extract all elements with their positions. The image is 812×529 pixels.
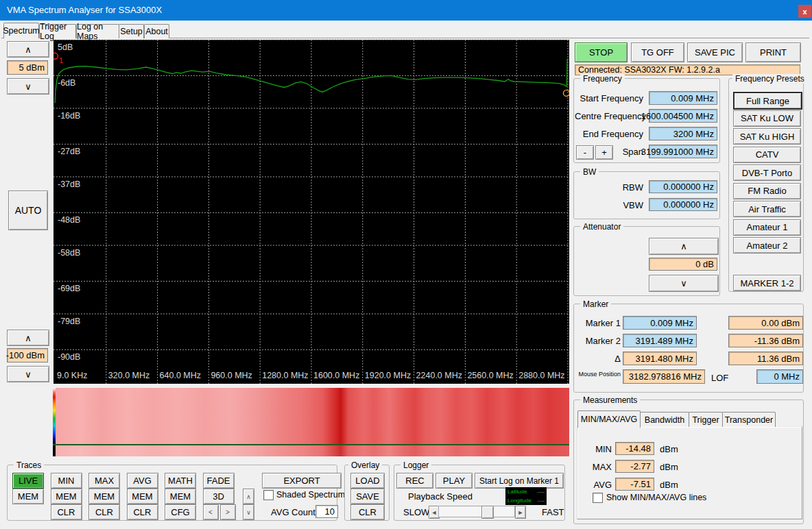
- floor-level-up-button[interactable]: ∧: [7, 330, 49, 346]
- trace-shift-down-button[interactable]: ∨: [243, 504, 254, 520]
- measurement-label-avg: AVG: [587, 480, 612, 490]
- trace-cfg-button-col5[interactable]: CFG: [165, 504, 196, 520]
- measurements-tab-trigger[interactable]: Trigger: [689, 412, 723, 427]
- measurement-min-field: -14.48: [615, 442, 654, 455]
- y-axis-tick-label: -58dB: [58, 248, 80, 258]
- tab-trigger-log[interactable]: Trigger Log: [39, 24, 76, 38]
- preset-marker-1-2-button[interactable]: MARKER 1-2: [733, 275, 801, 291]
- tab-spectrum[interactable]: Spectrum: [3, 23, 39, 38]
- tab-log-on-maps[interactable]: Log on Maps: [76, 24, 119, 38]
- trace-mem-button-col1[interactable]: MEM: [12, 489, 44, 504]
- speed-scrollbar-track[interactable]: [438, 506, 515, 517]
- ref-level-up-button[interactable]: ∧: [7, 41, 49, 58]
- chevron-up-icon: ∧: [25, 333, 32, 343]
- start-log-on-marker-button[interactable]: Start Log on Marker 1: [475, 473, 564, 489]
- x-axis-tick-label: 1920.0 MHz: [365, 371, 411, 380]
- trace-shift-left-button[interactable]: <: [203, 504, 219, 520]
- y-axis-tick-label: -37dB: [58, 180, 80, 189]
- trace-mem-button-col4[interactable]: MEM: [127, 489, 158, 504]
- marker-row-label: Δ: [575, 354, 621, 364]
- auto-scale-button[interactable]: AUTO: [8, 190, 48, 230]
- tab-about[interactable]: About: [144, 24, 169, 38]
- gps-readout: Latitude---- Longitude----: [505, 487, 547, 505]
- frequency-centre-frequency-field[interactable]: 1600.004500 MHz: [649, 109, 717, 123]
- save-pic-button[interactable]: SAVE PIC: [687, 42, 743, 62]
- show-minmaxavg-label: Show MIN/MAX/AVG lines: [606, 493, 706, 502]
- preset-full-range-button[interactable]: Full Range: [733, 92, 802, 110]
- trace-max-button-col3[interactable]: MAX: [88, 473, 120, 489]
- frequency-start-frequency-field[interactable]: 0.009 MHz: [649, 91, 717, 105]
- chevron-up-icon: ∧: [25, 45, 32, 55]
- frequency-span-field[interactable]: 3199.991000 MHz: [649, 145, 717, 158]
- floor-level-down-button[interactable]: ∨: [7, 366, 49, 382]
- trace-math-button-col5[interactable]: MATH: [165, 473, 196, 489]
- traces-group-label: Traces: [14, 460, 44, 470]
- spectrum-chart[interactable]: 5dB-6dB-16dB-27dB-37dB-48dB-58dB-69dB-79…: [53, 40, 569, 384]
- preset-air-traffic-button[interactable]: Air Traffic: [733, 201, 801, 217]
- preset-dvb-t-porto-button[interactable]: DVB-T Porto: [733, 164, 801, 181]
- trace-live-button-col1[interactable]: LIVE: [12, 473, 44, 489]
- preset-sat-ku-low-button[interactable]: SAT Ku LOW: [733, 110, 801, 127]
- trace-clr-button-col4[interactable]: CLR: [127, 504, 158, 520]
- show-minmaxavg-checkbox[interactable]: [593, 493, 603, 503]
- lof-field[interactable]: 0 MHz: [756, 369, 803, 384]
- trace-clr-button-col2[interactable]: CLR: [51, 504, 82, 520]
- overlay-save-button[interactable]: SAVE: [350, 489, 385, 504]
- trace-clr-button-col3[interactable]: CLR: [88, 504, 120, 520]
- marker-1-ring: [53, 53, 58, 59]
- export-button[interactable]: EXPORT: [262, 473, 342, 489]
- longitude-value: ----: [537, 497, 545, 504]
- measurements-tab-min-max-avg[interactable]: MIN/MAX/AVG: [577, 410, 641, 428]
- x-axis-tick-label: 320.0 MHz: [108, 371, 150, 380]
- trace-shift-up-button[interactable]: ∧: [243, 489, 254, 504]
- attenuator-up-button[interactable]: ∧: [649, 238, 719, 255]
- frequency-end-frequency-field[interactable]: 3200 MHz: [649, 127, 717, 140]
- rbw-field[interactable]: 0.000000 Hz: [649, 180, 717, 193]
- trace-3d-button-col6[interactable]: 3D: [203, 489, 235, 504]
- marker-2-ring: [564, 90, 569, 96]
- waterfall-display[interactable]: [53, 388, 569, 456]
- app-window: VMA Spectrum Analyser for SSA3000X x ∧ 5…: [0, 0, 812, 529]
- preset-catv-button[interactable]: CATV: [733, 147, 801, 163]
- floor-level-field[interactable]: -100 dBm: [7, 348, 48, 362]
- preset-fm-radio-button[interactable]: FM Radio: [733, 183, 801, 199]
- trace-mem-button-col5[interactable]: MEM: [165, 489, 196, 504]
- preset-sat-ku-high-button[interactable]: SAT Ku HIGH: [733, 128, 801, 145]
- overlay-clr-button[interactable]: CLR: [350, 504, 385, 520]
- attenuator-down-button[interactable]: ∨: [649, 275, 719, 292]
- speed-scrollbar-thumb[interactable]: [481, 506, 494, 519]
- ref-level-field[interactable]: 5 dBm: [7, 60, 48, 75]
- ref-level-down-button[interactable]: ∨: [7, 78, 49, 95]
- measurements-tab-bandwidth[interactable]: Bandwidth: [640, 412, 689, 427]
- play-button[interactable]: PLAY: [435, 473, 473, 489]
- trace-avg-button-col4[interactable]: AVG: [127, 473, 158, 489]
- measurements-tab-transponder[interactable]: Transponder: [722, 412, 776, 427]
- marker-row-label: Marker 2: [575, 336, 621, 346]
- y-axis-tick-label: -90dB: [58, 352, 80, 362]
- trace-mem-button-col2[interactable]: MEM: [51, 489, 82, 504]
- y-axis-tick-label: -48dB: [58, 215, 80, 225]
- stop-button[interactable]: STOP: [575, 42, 628, 62]
- close-button[interactable]: x: [798, 5, 811, 18]
- attenuator-value-field[interactable]: 0 dB: [649, 258, 717, 271]
- x-axis-tick-label: 9.0 KHz: [57, 371, 87, 380]
- tab-setup[interactable]: Setup: [119, 24, 144, 38]
- preset-amateur-1-button[interactable]: Amateur 1: [733, 219, 801, 236]
- vbw-field[interactable]: 0.000000 Hz: [649, 198, 717, 211]
- measurement-unit: dBm: [660, 480, 678, 490]
- shaded-spectrum-checkbox[interactable]: [263, 490, 274, 500]
- trace-min-button-col2[interactable]: MIN: [51, 473, 82, 489]
- overlay-load-button[interactable]: LOAD: [350, 473, 385, 489]
- measurements-group-label: Measurements: [580, 395, 640, 405]
- avg-count-input[interactable]: 10: [315, 505, 338, 518]
- trace-shift-right-button[interactable]: >: [220, 504, 236, 520]
- speed-scroll-right-button[interactable]: ►: [515, 506, 526, 519]
- y-axis-tick-label: -69dB: [58, 284, 80, 293]
- trace-fade-button-col6[interactable]: FADE: [203, 473, 235, 489]
- preset-amateur-2-button[interactable]: Amateur 2: [733, 237, 801, 254]
- print-button[interactable]: PRINT: [745, 42, 801, 62]
- tg-off-button[interactable]: TG OFF: [631, 42, 684, 62]
- rec-button[interactable]: REC: [396, 473, 433, 489]
- trace-mem-button-col3[interactable]: MEM: [88, 489, 120, 504]
- frequency-row-label: Start Frequency: [575, 93, 643, 103]
